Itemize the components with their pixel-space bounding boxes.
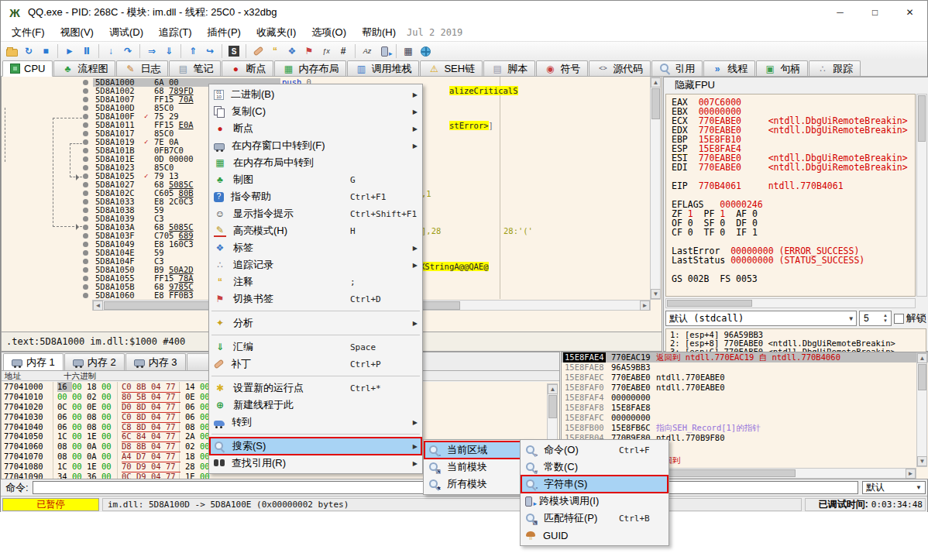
- dump-byte[interactable]: 00: [72, 392, 87, 402]
- dump-pointer-byte[interactable]: 0C: [122, 472, 136, 479]
- breakpoint-dot-icon[interactable]: [83, 97, 88, 102]
- dump-byte[interactable]: 08: [87, 422, 101, 432]
- menu-item-切换书签[interactable]: ⚑切换书签Ctrl+D: [210, 290, 421, 307]
- dump-byte[interactable]: 0E: [87, 402, 101, 412]
- dump-byte[interactable]: 00: [101, 462, 116, 472]
- command-profile-select[interactable]: 默认 ▼: [862, 481, 926, 494]
- dump-byte[interactable]: 18: [87, 382, 101, 392]
- submenu-item-GUID[interactable]: GUID: [521, 527, 668, 544]
- dump-byte[interactable]: 00: [101, 441, 116, 452]
- dump-byte[interactable]: 08: [57, 452, 72, 462]
- dump-pointer-byte[interactable]: A4: [122, 452, 136, 462]
- breakpoint-dot-icon[interactable]: [83, 293, 88, 298]
- breakpoint-dot-icon[interactable]: [83, 199, 88, 204]
- dump-pointer-byte[interactable]: 80: [122, 392, 136, 403]
- dump-byte[interactable]: 00: [72, 472, 87, 479]
- toolbar-button-hash[interactable]: #: [335, 43, 352, 60]
- submenu-item-所有模块[interactable]: ✱所有模块▶: [424, 476, 532, 493]
- toolbar-button-run[interactable]: ►: [61, 43, 78, 60]
- breakpoint-dot-icon[interactable]: [83, 88, 88, 94]
- toolbar-button-labels[interactable]: ❖: [284, 43, 301, 60]
- tab-内存布局[interactable]: ▦内存布局: [274, 60, 346, 76]
- dump-byte[interactable]: 00: [72, 462, 87, 472]
- scroll-up-icon[interactable]: ▲: [917, 353, 927, 363]
- toolbar-button-step-out[interactable]: ⇑: [184, 43, 201, 60]
- dump-pointer-byte[interactable]: 04: [151, 452, 166, 462]
- menu-item-二进制(B)[interactable]: 0110二进制(B)▶: [210, 86, 421, 103]
- dump-byte[interactable]: 28: [185, 462, 200, 472]
- tab-流程图[interactable]: ♣流程图: [53, 60, 115, 76]
- breakpoint-dot-icon[interactable]: [83, 191, 88, 196]
- dump-pointer-byte[interactable]: 8D: [136, 422, 151, 433]
- tab-源代码[interactable]: <>源代码: [589, 60, 651, 76]
- dump-pointer-byte[interactable]: D9: [136, 472, 151, 479]
- spinner-arrows-icon[interactable]: ▲▼: [881, 311, 890, 325]
- dump-byte[interactable]: 00: [72, 431, 87, 441]
- dump-byte[interactable]: 00: [72, 382, 87, 392]
- unlock-checkbox[interactable]: [894, 314, 904, 324]
- dump-pointer-byte[interactable]: 77: [166, 462, 180, 472]
- menu-item-高亮模式(H)[interactable]: ✎高亮模式(H)H: [210, 222, 421, 239]
- toolbar-button-calculator[interactable]: ▦: [400, 43, 417, 60]
- menubar-item[interactable]: 调试(D): [101, 24, 151, 41]
- tab-CPU[interactable]: CPU: [2, 60, 53, 77]
- dump-pointer-byte[interactable]: 8B: [136, 441, 151, 452]
- dump-pointer-byte[interactable]: 77: [166, 431, 180, 442]
- breakpoint-dot-icon[interactable]: [83, 208, 88, 213]
- arg-count-stepper[interactable]: 5 ▲▼: [859, 311, 892, 326]
- breakpoint-dot-icon[interactable]: [83, 80, 88, 85]
- register-line[interactable]: GS 002B FS 0053: [672, 274, 915, 283]
- stack-vscroll-thumb[interactable]: [918, 364, 926, 390]
- menu-item-追踪记录[interactable]: ∴追踪记录▶: [210, 256, 421, 273]
- menu-item-汇编[interactable]: ⇓汇编Space: [210, 338, 421, 356]
- registers-vscroll-thumb[interactable]: [918, 95, 926, 142]
- menu-item-制图[interactable]: ♣制图G: [210, 171, 421, 188]
- submenu-item-命令(O)[interactable]: >命令(O)Ctrl+F: [521, 441, 668, 459]
- menu-item-查找引用(R)[interactable]: 查找引用(R)▶: [210, 455, 421, 472]
- dump-byte[interactable]: 06: [185, 412, 200, 422]
- dump-pointer-byte[interactable]: 84: [136, 431, 151, 442]
- toolbar-button-scylla[interactable]: S: [225, 43, 242, 60]
- dump-pointer-byte[interactable]: 04: [151, 462, 166, 472]
- dump-pointer-byte[interactable]: 8D: [136, 412, 151, 423]
- disasm-vscrollbar[interactable]: ▲ ▼: [650, 77, 661, 300]
- dump-byte[interactable]: 00: [101, 431, 116, 441]
- tab-脚本[interactable]: ▤脚本: [483, 60, 535, 76]
- dump-byte[interactable]: 36: [87, 472, 101, 479]
- scroll-up-icon[interactable]: ▲: [548, 384, 558, 394]
- register-line[interactable]: LastStatus 00000000 (STATUS_SUCCESS): [672, 256, 915, 265]
- maximize-button[interactable]: □: [858, 1, 892, 24]
- dump-byte[interactable]: 0A: [87, 452, 101, 462]
- menu-item-转到[interactable]: 转到▶: [210, 414, 421, 431]
- breakpoint-dot-icon[interactable]: [83, 225, 88, 230]
- breakpoint-dot-icon[interactable]: [83, 276, 88, 281]
- register-line[interactable]: EDI 770EABE0 <ntdll.DbgUiRemoteBreakin>: [672, 163, 915, 172]
- close-button[interactable]: ✕: [892, 1, 927, 24]
- dump-byte[interactable]: 00: [72, 452, 87, 462]
- menu-item-标签[interactable]: ❖标签▶: [210, 239, 421, 256]
- dump-pointer-byte[interactable]: 70: [122, 462, 136, 472]
- dump-byte[interactable]: 34: [57, 472, 72, 479]
- submenu-item-当前模块[interactable]: ▣当前模块▶: [424, 459, 532, 476]
- dump-tab-内存 2[interactable]: 内存 2: [64, 353, 125, 370]
- dump-pointer-byte[interactable]: D8: [122, 441, 136, 452]
- dump-pointer-byte[interactable]: C0: [122, 382, 136, 393]
- breakpoint-dot-icon[interactable]: [83, 216, 88, 222]
- tab-日志[interactable]: ✎日志: [116, 60, 168, 76]
- breakpoint-dot-icon[interactable]: [83, 284, 88, 290]
- dump-pointer-byte[interactable]: 77: [166, 441, 180, 452]
- scroll-right-icon[interactable]: ►: [640, 301, 650, 311]
- breakpoint-dot-icon[interactable]: [83, 165, 88, 170]
- stack-row[interactable]: 15E8FAE4770EAC19返回到 ntdll.770EAC19 自 ntd…: [562, 352, 928, 362]
- dump-pointer-byte[interactable]: D7: [136, 452, 151, 462]
- scroll-down-icon[interactable]: ▼: [651, 289, 661, 299]
- stack-row[interactable]: 15E8FAF0770EABE0ntdll.770EABE0: [562, 383, 928, 393]
- dump-byte[interactable]: 2A: [185, 431, 200, 441]
- registers-view[interactable]: EAX 007C6000EBX 00000000ECX 770EABE0 <nt…: [665, 94, 916, 297]
- toolbar-button-globe[interactable]: [417, 43, 434, 60]
- dump-pointer-byte[interactable]: 77: [166, 422, 180, 433]
- scroll-right-icon[interactable]: ►: [906, 469, 916, 479]
- breakpoint-dot-icon[interactable]: [83, 182, 88, 187]
- submenu-item-匹配特征(P)[interactable]: ▦匹配特征(P)Ctrl+B: [521, 510, 668, 527]
- menu-item-分析[interactable]: ✦分析▶: [210, 314, 421, 332]
